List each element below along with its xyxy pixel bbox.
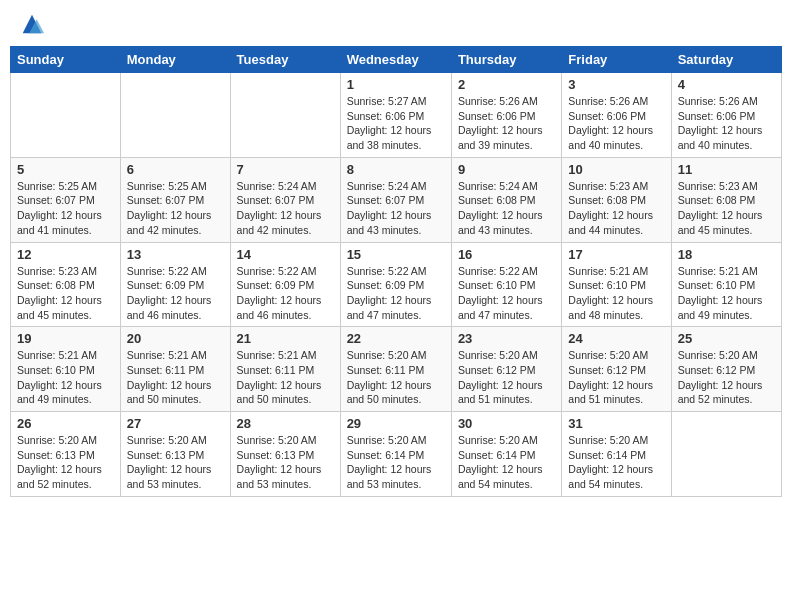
cell-info-text: Sunrise: 5:27 AM Sunset: 6:06 PM Dayligh… xyxy=(347,94,445,153)
calendar-cell: 19Sunrise: 5:21 AM Sunset: 6:10 PM Dayli… xyxy=(11,327,121,412)
calendar-cell: 13Sunrise: 5:22 AM Sunset: 6:09 PM Dayli… xyxy=(120,242,230,327)
cell-info-text: Sunrise: 5:20 AM Sunset: 6:12 PM Dayligh… xyxy=(568,348,664,407)
calendar-cell: 17Sunrise: 5:21 AM Sunset: 6:10 PM Dayli… xyxy=(562,242,671,327)
cell-day-number: 19 xyxy=(17,331,114,346)
calendar-cell: 28Sunrise: 5:20 AM Sunset: 6:13 PM Dayli… xyxy=(230,412,340,497)
cell-day-number: 31 xyxy=(568,416,664,431)
cell-day-number: 24 xyxy=(568,331,664,346)
calendar-cell: 27Sunrise: 5:20 AM Sunset: 6:13 PM Dayli… xyxy=(120,412,230,497)
cell-info-text: Sunrise: 5:24 AM Sunset: 6:08 PM Dayligh… xyxy=(458,179,555,238)
calendar-week-row: 5Sunrise: 5:25 AM Sunset: 6:07 PM Daylig… xyxy=(11,157,782,242)
logo-icon xyxy=(18,10,46,38)
calendar-cell: 18Sunrise: 5:21 AM Sunset: 6:10 PM Dayli… xyxy=(671,242,781,327)
calendar-cell: 14Sunrise: 5:22 AM Sunset: 6:09 PM Dayli… xyxy=(230,242,340,327)
calendar-cell: 9Sunrise: 5:24 AM Sunset: 6:08 PM Daylig… xyxy=(451,157,561,242)
cell-day-number: 5 xyxy=(17,162,114,177)
cell-day-number: 9 xyxy=(458,162,555,177)
calendar-cell: 20Sunrise: 5:21 AM Sunset: 6:11 PM Dayli… xyxy=(120,327,230,412)
cell-day-number: 18 xyxy=(678,247,775,262)
calendar-cell xyxy=(120,73,230,158)
calendar-cell: 25Sunrise: 5:20 AM Sunset: 6:12 PM Dayli… xyxy=(671,327,781,412)
cell-info-text: Sunrise: 5:20 AM Sunset: 6:11 PM Dayligh… xyxy=(347,348,445,407)
calendar-week-row: 26Sunrise: 5:20 AM Sunset: 6:13 PM Dayli… xyxy=(11,412,782,497)
page-header xyxy=(10,10,782,38)
cell-info-text: Sunrise: 5:21 AM Sunset: 6:10 PM Dayligh… xyxy=(568,264,664,323)
calendar-table: SundayMondayTuesdayWednesdayThursdayFrid… xyxy=(10,46,782,497)
cell-day-number: 17 xyxy=(568,247,664,262)
calendar-day-header: Wednesday xyxy=(340,47,451,73)
cell-info-text: Sunrise: 5:23 AM Sunset: 6:08 PM Dayligh… xyxy=(17,264,114,323)
cell-info-text: Sunrise: 5:20 AM Sunset: 6:13 PM Dayligh… xyxy=(127,433,224,492)
cell-day-number: 20 xyxy=(127,331,224,346)
cell-info-text: Sunrise: 5:22 AM Sunset: 6:09 PM Dayligh… xyxy=(347,264,445,323)
cell-day-number: 10 xyxy=(568,162,664,177)
calendar-cell: 6Sunrise: 5:25 AM Sunset: 6:07 PM Daylig… xyxy=(120,157,230,242)
calendar-cell: 31Sunrise: 5:20 AM Sunset: 6:14 PM Dayli… xyxy=(562,412,671,497)
cell-day-number: 4 xyxy=(678,77,775,92)
cell-info-text: Sunrise: 5:20 AM Sunset: 6:13 PM Dayligh… xyxy=(237,433,334,492)
calendar-week-row: 19Sunrise: 5:21 AM Sunset: 6:10 PM Dayli… xyxy=(11,327,782,412)
cell-info-text: Sunrise: 5:23 AM Sunset: 6:08 PM Dayligh… xyxy=(568,179,664,238)
cell-day-number: 22 xyxy=(347,331,445,346)
cell-info-text: Sunrise: 5:22 AM Sunset: 6:10 PM Dayligh… xyxy=(458,264,555,323)
calendar-day-header: Monday xyxy=(120,47,230,73)
calendar-cell xyxy=(671,412,781,497)
calendar-cell: 11Sunrise: 5:23 AM Sunset: 6:08 PM Dayli… xyxy=(671,157,781,242)
calendar-cell: 15Sunrise: 5:22 AM Sunset: 6:09 PM Dayli… xyxy=(340,242,451,327)
calendar-day-header: Sunday xyxy=(11,47,121,73)
calendar-cell: 1Sunrise: 5:27 AM Sunset: 6:06 PM Daylig… xyxy=(340,73,451,158)
calendar-cell: 26Sunrise: 5:20 AM Sunset: 6:13 PM Dayli… xyxy=(11,412,121,497)
cell-info-text: Sunrise: 5:23 AM Sunset: 6:08 PM Dayligh… xyxy=(678,179,775,238)
calendar-cell: 3Sunrise: 5:26 AM Sunset: 6:06 PM Daylig… xyxy=(562,73,671,158)
cell-info-text: Sunrise: 5:20 AM Sunset: 6:12 PM Dayligh… xyxy=(458,348,555,407)
cell-info-text: Sunrise: 5:24 AM Sunset: 6:07 PM Dayligh… xyxy=(237,179,334,238)
cell-info-text: Sunrise: 5:26 AM Sunset: 6:06 PM Dayligh… xyxy=(678,94,775,153)
cell-day-number: 26 xyxy=(17,416,114,431)
cell-day-number: 23 xyxy=(458,331,555,346)
calendar-week-row: 1Sunrise: 5:27 AM Sunset: 6:06 PM Daylig… xyxy=(11,73,782,158)
cell-day-number: 14 xyxy=(237,247,334,262)
cell-info-text: Sunrise: 5:20 AM Sunset: 6:12 PM Dayligh… xyxy=(678,348,775,407)
calendar-cell: 21Sunrise: 5:21 AM Sunset: 6:11 PM Dayli… xyxy=(230,327,340,412)
calendar-cell: 12Sunrise: 5:23 AM Sunset: 6:08 PM Dayli… xyxy=(11,242,121,327)
cell-day-number: 12 xyxy=(17,247,114,262)
calendar-cell xyxy=(11,73,121,158)
cell-day-number: 29 xyxy=(347,416,445,431)
calendar-day-header: Saturday xyxy=(671,47,781,73)
calendar-cell: 16Sunrise: 5:22 AM Sunset: 6:10 PM Dayli… xyxy=(451,242,561,327)
calendar-week-row: 12Sunrise: 5:23 AM Sunset: 6:08 PM Dayli… xyxy=(11,242,782,327)
calendar-cell: 2Sunrise: 5:26 AM Sunset: 6:06 PM Daylig… xyxy=(451,73,561,158)
cell-day-number: 28 xyxy=(237,416,334,431)
logo xyxy=(14,10,46,38)
cell-day-number: 16 xyxy=(458,247,555,262)
calendar-day-header: Friday xyxy=(562,47,671,73)
cell-info-text: Sunrise: 5:22 AM Sunset: 6:09 PM Dayligh… xyxy=(127,264,224,323)
calendar-cell: 29Sunrise: 5:20 AM Sunset: 6:14 PM Dayli… xyxy=(340,412,451,497)
calendar-cell: 5Sunrise: 5:25 AM Sunset: 6:07 PM Daylig… xyxy=(11,157,121,242)
calendar-cell xyxy=(230,73,340,158)
cell-info-text: Sunrise: 5:26 AM Sunset: 6:06 PM Dayligh… xyxy=(568,94,664,153)
cell-day-number: 21 xyxy=(237,331,334,346)
cell-day-number: 15 xyxy=(347,247,445,262)
cell-info-text: Sunrise: 5:26 AM Sunset: 6:06 PM Dayligh… xyxy=(458,94,555,153)
cell-day-number: 13 xyxy=(127,247,224,262)
calendar-cell: 4Sunrise: 5:26 AM Sunset: 6:06 PM Daylig… xyxy=(671,73,781,158)
cell-info-text: Sunrise: 5:25 AM Sunset: 6:07 PM Dayligh… xyxy=(127,179,224,238)
cell-info-text: Sunrise: 5:20 AM Sunset: 6:14 PM Dayligh… xyxy=(458,433,555,492)
calendar-cell: 22Sunrise: 5:20 AM Sunset: 6:11 PM Dayli… xyxy=(340,327,451,412)
calendar-cell: 30Sunrise: 5:20 AM Sunset: 6:14 PM Dayli… xyxy=(451,412,561,497)
cell-day-number: 25 xyxy=(678,331,775,346)
cell-day-number: 27 xyxy=(127,416,224,431)
cell-info-text: Sunrise: 5:20 AM Sunset: 6:13 PM Dayligh… xyxy=(17,433,114,492)
cell-info-text: Sunrise: 5:22 AM Sunset: 6:09 PM Dayligh… xyxy=(237,264,334,323)
cell-info-text: Sunrise: 5:21 AM Sunset: 6:10 PM Dayligh… xyxy=(17,348,114,407)
cell-day-number: 3 xyxy=(568,77,664,92)
cell-day-number: 8 xyxy=(347,162,445,177)
calendar-cell: 7Sunrise: 5:24 AM Sunset: 6:07 PM Daylig… xyxy=(230,157,340,242)
cell-info-text: Sunrise: 5:20 AM Sunset: 6:14 PM Dayligh… xyxy=(568,433,664,492)
calendar-day-header: Tuesday xyxy=(230,47,340,73)
cell-info-text: Sunrise: 5:25 AM Sunset: 6:07 PM Dayligh… xyxy=(17,179,114,238)
cell-info-text: Sunrise: 5:21 AM Sunset: 6:11 PM Dayligh… xyxy=(127,348,224,407)
calendar-cell: 24Sunrise: 5:20 AM Sunset: 6:12 PM Dayli… xyxy=(562,327,671,412)
calendar-cell: 10Sunrise: 5:23 AM Sunset: 6:08 PM Dayli… xyxy=(562,157,671,242)
